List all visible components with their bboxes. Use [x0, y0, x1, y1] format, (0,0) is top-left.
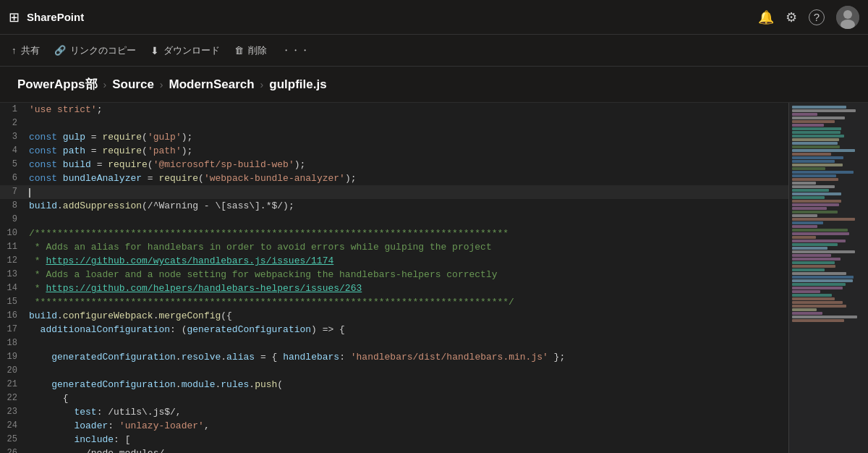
code-line-10: 10/*************************************…: [0, 226, 868, 240]
code-line-12: 12 * https://github.com/wycats/handlebar…: [0, 254, 868, 268]
line-number: 21: [0, 378, 26, 391]
breadcrumb-sep-1: ›: [103, 79, 107, 90]
more-button[interactable]: ・・・: [281, 44, 310, 57]
line-content: generatedConfiguration.resolve.alias = {…: [26, 350, 565, 364]
minimap-content: [789, 103, 868, 326]
more-label: ・・・: [281, 44, 310, 57]
breadcrumb-source[interactable]: Source: [112, 77, 154, 92]
line-content: [26, 336, 29, 350]
top-nav: ⊞ SharePoint 🔔 ⚙ ?: [0, 0, 868, 35]
grid-icon[interactable]: ⊞: [9, 9, 20, 25]
line-number: 24: [0, 419, 26, 433]
share-icon: ↑: [12, 45, 17, 56]
line-content: {: [26, 391, 69, 405]
line-content: loader: 'unlazy-loader',: [26, 419, 210, 433]
line-content: [26, 117, 29, 130]
line-content: build.configureWebpack.mergeConfig({: [26, 309, 232, 323]
line-number: 13: [0, 268, 26, 281]
settings-icon[interactable]: ⚙: [786, 9, 797, 25]
download-button[interactable]: ⬇ ダウンロード: [150, 44, 220, 57]
code-line-1: 1'use strict';: [0, 103, 868, 117]
code-line-3: 3const gulp = require('gulp');: [0, 130, 868, 144]
line-number: 1: [0, 103, 26, 117]
line-number: 23: [0, 405, 26, 419]
line-content: additionalConfiguration: (generatedConfi…: [26, 323, 345, 336]
line-number: 11: [0, 240, 26, 254]
top-nav-right: 🔔 ⚙ ?: [758, 6, 859, 29]
line-content: * https://github.com/helpers/handlebars-…: [26, 281, 362, 295]
line-content: * https://github.com/wycats/handlebars.j…: [26, 254, 333, 268]
delete-icon: 🗑: [234, 45, 244, 56]
code-line-14: 14 * https://github.com/helpers/handleba…: [0, 281, 868, 295]
delete-button[interactable]: 🗑 削除: [234, 44, 267, 57]
breadcrumb-modernsearch[interactable]: ModernSearch: [169, 77, 255, 92]
copy-link-label: リンクのコピー: [70, 44, 136, 57]
link-icon: 🔗: [54, 45, 66, 56]
code-view[interactable]: 1'use strict';23const gulp = require('gu…: [0, 103, 868, 453]
line-content: /***************************************…: [26, 226, 509, 240]
line-content: * Adds an alias for handlebars in order …: [26, 240, 492, 254]
line-number: 25: [0, 433, 26, 446]
line-number: 16: [0, 309, 26, 323]
code-line-4: 4const path = require('path');: [0, 144, 868, 158]
share-button[interactable]: ↑ 共有: [12, 44, 40, 57]
breadcrumb-sep-2: ›: [160, 79, 163, 90]
breadcrumb: PowerApps部 › Source › ModernSearch › gul…: [0, 67, 868, 103]
line-number: 19: [0, 350, 26, 364]
help-icon[interactable]: ?: [809, 9, 825, 25]
code-line-11: 11 * Adds an alias for handlebars in ord…: [0, 240, 868, 254]
notification-icon[interactable]: 🔔: [758, 9, 774, 25]
line-content: const build = require('@microsoft/sp-bui…: [26, 158, 305, 172]
line-content: include: [: [26, 433, 130, 446]
breadcrumb-powerapps[interactable]: PowerApps部: [17, 76, 98, 93]
line-content: build.addSuppression(/^Warning - \[sass\…: [26, 199, 294, 213]
user-avatar[interactable]: [836, 6, 859, 29]
code-line-18: 18: [0, 336, 868, 350]
code-line-9: 9: [0, 213, 868, 226]
line-content: const gulp = require('gulp');: [26, 130, 192, 144]
line-number: 3: [0, 130, 26, 144]
line-number: 17: [0, 323, 26, 336]
line-content: [26, 213, 29, 226]
line-number: 4: [0, 144, 26, 158]
toolbar: ↑ 共有 🔗 リンクのコピー ⬇ ダウンロード 🗑 削除 ・・・: [0, 35, 868, 67]
code-line-6: 6const bundleAnalyzer = require('webpack…: [0, 172, 868, 185]
line-content: const bundleAnalyzer = require('webpack-…: [26, 172, 357, 185]
top-nav-left: ⊞ SharePoint: [9, 9, 84, 25]
line-number: 22: [0, 391, 26, 405]
code-line-23: 23 test: /utils\.js$/,: [0, 405, 868, 419]
code-line-22: 22 {: [0, 391, 868, 405]
code-line-26: 26 /node_modules/,: [0, 446, 868, 453]
download-label: ダウンロード: [163, 44, 220, 57]
svg-point-1: [843, 10, 852, 19]
code-line-8: 8build.addSuppression(/^Warning - \[sass…: [0, 199, 868, 213]
line-number: 7: [0, 185, 26, 199]
line-number: 6: [0, 172, 26, 185]
line-content: ****************************************…: [26, 295, 514, 309]
app-name: SharePoint: [27, 11, 84, 23]
line-content: generatedConfiguration.module.rules.push…: [26, 378, 283, 391]
delete-label: 削除: [248, 44, 267, 57]
code-line-13: 13 * Adds a loader and a node setting fo…: [0, 268, 868, 281]
breadcrumb-gulpfile[interactable]: gulpfile.js: [269, 77, 326, 92]
code-line-17: 17 additionalConfiguration: (generatedCo…: [0, 323, 868, 336]
download-icon: ⬇: [150, 45, 159, 56]
share-label: 共有: [21, 44, 40, 57]
code-line-25: 25 include: [: [0, 433, 868, 446]
line-content: /node_modules/,: [26, 446, 170, 453]
line-number: 26: [0, 446, 26, 453]
code-line-21: 21 generatedConfiguration.module.rules.p…: [0, 378, 868, 391]
line-number: 10: [0, 226, 26, 240]
line-number: 14: [0, 281, 26, 295]
line-number: 8: [0, 199, 26, 213]
line-number: 15: [0, 295, 26, 309]
line-number: 20: [0, 364, 26, 378]
line-content: test: /utils\.js$/,: [26, 405, 182, 419]
code-line-20: 20: [0, 364, 868, 378]
line-number: 5: [0, 158, 26, 172]
copy-link-button[interactable]: 🔗 リンクのコピー: [54, 44, 136, 57]
line-content: [26, 364, 29, 378]
line-number: 9: [0, 213, 26, 226]
line-number: 12: [0, 254, 26, 268]
code-line-19: 19 generatedConfiguration.resolve.alias …: [0, 350, 868, 364]
